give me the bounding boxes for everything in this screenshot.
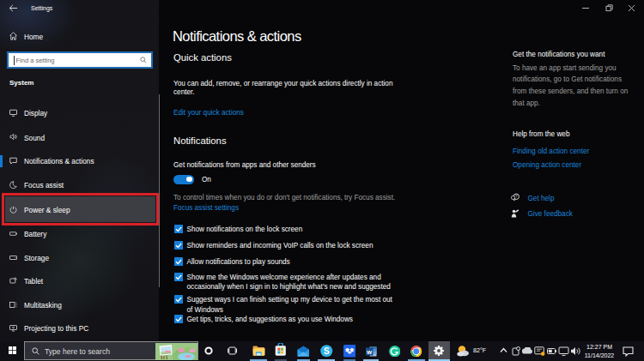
svg-text:S: S — [324, 346, 330, 356]
svg-text:w: w — [366, 347, 372, 355]
